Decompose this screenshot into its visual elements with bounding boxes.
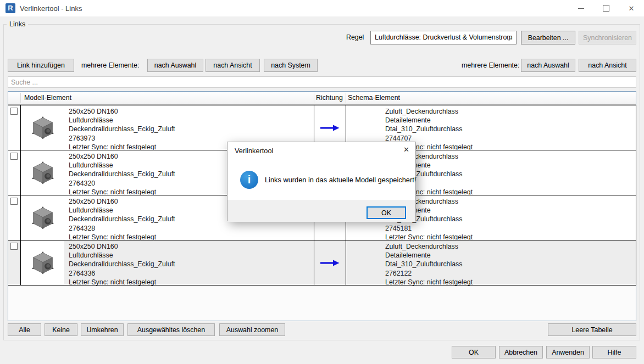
row-checkbox[interactable] [10,198,18,205]
window-title: Verlinkertool - Links [20,4,82,13]
model-family: Deckendralldurchlass_Eckig_Zuluft [69,125,175,133]
model-family: Deckendralldurchlass_Eckig_Zuluft [69,215,175,223]
add-by-view-button[interactable]: nach Ansicht [206,59,260,72]
maximize-button[interactable] [593,0,619,16]
multi-elements-left-label: mehrere Elemente: [81,61,139,69]
schema-name: Zuluft_Deckendurchlass [385,242,473,251]
title-bar: R Verlinkertool - Links ✕ [0,0,644,16]
schema-id: 2745181 [385,224,473,233]
minimize-icon [578,8,584,9]
duct-cube-icon [31,206,55,230]
revit-app-icon: R [5,3,15,13]
info-icon: i [240,171,258,189]
arrow-right-icon [320,124,340,132]
model-element-thumbnail [21,196,64,240]
add-link-button[interactable]: Link hinzufügen [8,59,74,72]
rule-select-value: Luftdurchlässe: Druckverlust & Volumenst… [375,33,513,41]
message-dialog: Verlinkertool ✕ i Links wurden in das ak… [227,142,416,221]
schema-family: Dtai_310_Zuluftdurchlass [385,125,473,133]
duct-cube-icon [31,251,55,275]
add-by-system-button[interactable]: nach System [264,59,318,72]
close-icon: ✕ [629,5,635,12]
model-family: Deckendralldurchlass_Eckig_Zuluft [69,260,175,268]
schema-family: Dtai_310_Zuluftdurchlass [385,260,473,268]
maximize-icon [603,5,609,12]
help-button[interactable]: Hilfe [592,346,636,359]
schema-id: 2762122 [385,269,473,278]
edit-rule-button[interactable]: Bearbeiten ... [521,31,575,44]
grid-line [636,105,636,285]
invert-selection-button[interactable]: Umkehren [81,323,124,336]
model-element-thumbnail [21,151,64,195]
app-window: R Verlinkertool - Links ✕ Links Regel Lu… [0,0,644,364]
minimize-button[interactable] [568,0,593,16]
synchronize-button[interactable]: Synchronisieren [579,31,636,44]
model-type: 250x250 DN160 [69,242,175,251]
row-checkbox[interactable] [10,243,18,250]
model-id: 2763973 [69,134,175,143]
column-header-schema[interactable]: Schema-Element [348,92,400,104]
duct-cube-icon [31,116,55,140]
cancel-button[interactable]: Abbrechen [499,346,543,359]
schema-category: Detailelemente [385,116,473,125]
dialog-title: Verlinkertool [235,147,273,155]
select-none-button[interactable]: Keine [45,323,77,336]
schema-by-view-button[interactable]: nach Ansicht [579,59,636,72]
dialog-message: Links wurden in das aktuelle Modell gesp… [265,176,416,184]
dialog-close-icon[interactable]: ✕ [403,146,409,153]
groupbox-label: Links [7,20,28,28]
rule-select[interactable]: Luftdurchlässe: Druckverlust & Volumenst… [370,31,517,44]
row-checkbox[interactable] [10,153,18,160]
zoom-selection-button[interactable]: Auswahl zoomen [219,323,285,336]
clear-table-button[interactable]: Leere Tabelle [548,323,636,336]
model-element-thumbnail [21,106,64,150]
arrow-right-icon [320,259,340,267]
table-header: Modell-Element Richtung Schema-Element [8,92,636,105]
model-element-thumbnail [21,241,64,285]
model-type: 250x250 DN160 [69,107,175,116]
model-type: 250x250 DN160 [69,152,175,161]
multi-elements-right-label: mehrere Elemente: [462,61,519,69]
model-type: 250x250 DN160 [69,197,175,206]
model-id: 2764328 [69,224,175,233]
table-row[interactable]: 250x250 DN160 Luftdurchlässe Deckendrall… [8,240,636,285]
row-checkbox[interactable] [10,108,18,115]
model-id: 2764336 [69,269,175,278]
dialog-ok-button[interactable]: OK [367,206,406,219]
rule-label: Regel [346,33,364,41]
model-category: Luftdurchlässe [69,251,175,260]
header-separator [314,93,314,103]
header-separator [346,93,346,103]
duct-cube-icon [31,161,55,185]
model-category: Luftdurchlässe [69,116,175,125]
schema-category: Detailelemente [385,251,473,260]
column-header-direction[interactable]: Richtung [316,92,343,104]
select-all-button[interactable]: Alle [8,323,41,336]
schema-name: Zuluft_Deckendurchlass [385,107,473,116]
close-button[interactable]: ✕ [619,0,644,16]
model-id: 2764320 [69,179,175,188]
column-header-model[interactable]: Modell-Element [24,92,71,104]
dialog-footer: OK [227,200,415,222]
grid-line [8,285,636,285]
model-category: Luftdurchlässe [69,161,175,170]
model-family: Deckendralldurchlass_Eckig_Zuluft [69,170,175,178]
search-input[interactable] [8,76,636,88]
add-by-selection-button[interactable]: nach Auswahl [147,59,203,72]
grid-line [20,105,21,285]
schema-by-selection-button[interactable]: nach Auswahl [521,59,575,72]
header-separator [20,93,21,103]
apply-button[interactable]: Anwenden [546,346,590,359]
ok-button[interactable]: OK [452,346,496,359]
model-category: Luftdurchlässe [69,206,175,215]
delete-selected-button[interactable]: Ausgewähltes löschen [127,323,215,336]
